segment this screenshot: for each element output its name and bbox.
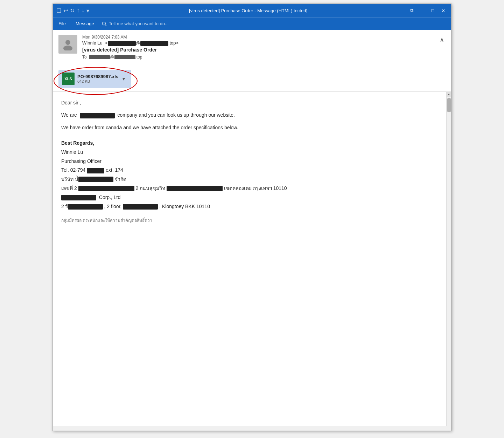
address-eng-line: 2 fl , 2 floor, . Klongtoey BKK 10110 (61, 203, 439, 211)
para1-start: We are (61, 112, 77, 118)
more-icon[interactable]: ▾ (86, 7, 89, 14)
company-eng-line: Corp., Ltd (61, 193, 439, 202)
attachment-icon: XLS (62, 73, 75, 85)
addr-thai-start: เลขที่ 2 (61, 185, 77, 191)
addr-thai-end: เขตคลองเดย กรุงเทพฯ 10110 (224, 185, 287, 191)
tel-number-redacted (87, 168, 104, 173)
company-eng-redacted (61, 195, 96, 200)
company-thai-start: บริษัท นํ้ (61, 176, 78, 182)
email-metadata: Mon 9/30/2024 7:03 AM Winnie Lu < @ .top… (82, 35, 433, 62)
attachment-item[interactable]: XLS PO-9987689987.xls 642 KB ▾ (58, 70, 131, 88)
recipient-domain-redacted (114, 55, 135, 59)
svg-line-1 (105, 25, 106, 26)
attachment-info: PO-9987689987.xls 642 KB (77, 74, 118, 83)
attachment-size: 642 KB (77, 79, 118, 83)
sender-email-redacted (108, 41, 136, 46)
attachment-wrapper: XLS PO-9987689987.xls 642 KB ▾ (58, 70, 131, 88)
attachment-area: XLS PO-9987689987.xls 642 KB ▾ (53, 66, 451, 92)
footer-note: กลุ่มมีตรผล ตระหนักและให้ความสำคัญต่อสิท… (61, 217, 439, 224)
addr-thai-mid: 2 ถนนสุขุมวิท (135, 185, 165, 191)
addr-thai-redacted2 (167, 186, 223, 191)
attachment-dropdown-icon[interactable]: ▾ (121, 76, 126, 82)
attachment-filename: PO-9987689987.xls (77, 74, 118, 79)
addr-eng-start: 2 fl (61, 204, 68, 209)
addr-eng-redacted1 (68, 204, 103, 210)
down-icon[interactable]: ↓ (82, 7, 84, 14)
svg-point-2 (65, 40, 70, 45)
xls-label: XLS (64, 77, 72, 81)
title-bar-right-controls: ⧉ — □ ✕ (407, 7, 448, 14)
email-datetime: Mon 9/30/2024 7:03 AM (82, 35, 433, 40)
outlook-window: ☐ ↩ ↻ ↑ ↓ ▾ [virus detected] Purchase Or… (52, 4, 451, 431)
email-body-wrapper: Dear sir , We are company and you can lo… (53, 92, 451, 426)
refresh-icon[interactable]: ↻ (70, 7, 75, 14)
signer-name: Winnie Lu (61, 148, 439, 157)
email-to: To @ .top (82, 55, 433, 60)
avatar-icon (62, 38, 74, 50)
addr-eng-mid: , 2 floor, (104, 204, 122, 209)
company-eng-label: Corp., Ltd (99, 194, 120, 200)
para1-end: company and you can look us up through o… (117, 112, 234, 118)
company-thai-end: จำกัด (115, 176, 126, 182)
svg-point-3 (63, 46, 72, 50)
para2-text: We have order from canada and we have at… (61, 125, 238, 130)
sender-name: Winnie Lu (82, 40, 103, 46)
tel-start: Tel. 02-794 (61, 167, 85, 173)
search-placeholder[interactable]: Tell me what you want to do... (109, 21, 169, 26)
greeting-text: Dear sir , (61, 100, 81, 105)
addr-thai-redacted1 (78, 186, 134, 191)
file-menu[interactable]: File (56, 20, 68, 27)
addr-eng-end: . Klongtoey BKK 10110 (159, 204, 210, 209)
address-thai-line: เลขที่ 2 2 ถนนสุขุมวิท เขตคลองเดย กรุงเท… (61, 184, 439, 193)
company-thai-line: บริษัท นํ้ จำกัด (61, 175, 439, 184)
restore-button[interactable]: ⧉ (407, 7, 416, 14)
close-button[interactable]: ✕ (439, 7, 448, 14)
search-bar[interactable]: Tell me what you want to do... (102, 21, 169, 26)
message-menu[interactable]: Message (74, 20, 96, 27)
company-thai-redacted (78, 177, 113, 182)
email-body: Dear sir , We are company and you can lo… (53, 92, 446, 426)
body-para-1: We are company and you can look us up th… (61, 111, 439, 119)
window-icon: ☐ (56, 7, 61, 14)
up-icon[interactable]: ↑ (77, 7, 79, 14)
sender-domain-redacted (140, 41, 168, 46)
svg-point-0 (102, 22, 105, 25)
recipient-redacted (89, 55, 110, 59)
body-para-2: We have order from canada and we have at… (61, 124, 439, 132)
email-header: Mon 9/30/2024 7:03 AM Winnie Lu < @ .top… (53, 30, 451, 66)
maximize-button[interactable]: □ (428, 7, 437, 14)
sender-avatar (58, 35, 77, 54)
horizontal-scrollbar[interactable] (53, 426, 451, 431)
undo-icon[interactable]: ↩ (63, 7, 68, 14)
signature-block: Best Regards, Winnie Lu Purchasing Offic… (61, 139, 439, 224)
email-subject: [virus detected] Purchase Order (82, 47, 433, 53)
menu-bar: File Message Tell me what you want to do… (53, 17, 451, 30)
vertical-scrollbar[interactable]: ▲ (446, 92, 451, 426)
collapse-button[interactable]: ∧ (438, 35, 446, 45)
minimize-button[interactable]: — (418, 7, 427, 14)
scroll-up-arrow[interactable]: ▲ (447, 92, 451, 97)
email-from: Winnie Lu < @ .top> (82, 40, 433, 46)
tel-line: Tel. 02-794 ext. 174 (61, 166, 439, 174)
addr-eng-redacted2 (123, 204, 158, 210)
window-title: [virus detected] Purchase Order - Messag… (92, 8, 404, 13)
greeting-paragraph: Dear sir , (61, 99, 439, 107)
company-name-redacted (80, 113, 115, 118)
title-bar-left-controls: ☐ ↩ ↻ ↑ ↓ ▾ (56, 7, 89, 14)
scroll-thumb[interactable] (447, 98, 451, 112)
tel-end: ext. 174 (106, 167, 123, 173)
regards-line: Best Regards, (61, 139, 439, 148)
search-icon (102, 21, 107, 26)
signer-title: Purchasing Officer (61, 157, 439, 166)
title-bar: ☐ ↩ ↻ ↑ ↓ ▾ [virus detected] Purchase Or… (53, 4, 451, 17)
